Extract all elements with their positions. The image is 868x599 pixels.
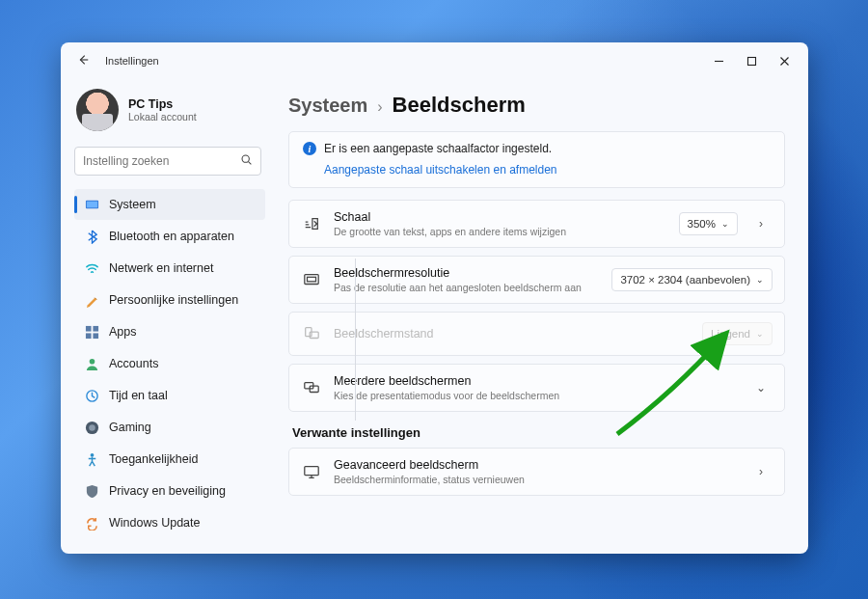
maximize-button[interactable]: [735, 47, 768, 74]
personalize-icon: [84, 292, 99, 308]
notice-link[interactable]: Aangepaste schaal uitschakelen en afmeld…: [324, 163, 557, 177]
setting-title: Beeldschermstand: [334, 327, 691, 340]
sidebar-item-label: Gaming: [109, 421, 151, 434]
network-icon: [84, 260, 99, 276]
sidebar-item-label: Bluetooth en apparaten: [109, 230, 234, 243]
sidebar-item-label: Persoonlijke instellingen: [109, 293, 238, 307]
sidebar-item-bluetooth[interactable]: Bluetooth en apparaten: [74, 221, 265, 252]
system-icon: [84, 197, 99, 212]
close-button[interactable]: [768, 47, 800, 74]
svg-point-12: [90, 452, 94, 456]
setting-title: Meerdere beeldschermen: [334, 374, 738, 388]
setting-advanced-display[interactable]: Geavanceerd beeldscherm Beeldscherminfor…: [288, 448, 785, 496]
svg-rect-3: [86, 201, 96, 207]
settings-window: Instellingen PC Tips Lokaal account: [61, 42, 808, 554]
sidebar-item-accessibility[interactable]: Toegankelijkheid: [74, 444, 265, 475]
profile-sub: Lokaal account: [128, 111, 197, 123]
setting-orientation: Beeldschermstand Liggend ⌄: [288, 312, 785, 356]
sidebar-item-network[interactable]: Netwerk en internet: [74, 253, 265, 284]
profile-name: PC Tips: [128, 97, 197, 111]
resolution-icon: [301, 271, 322, 288]
sidebar-item-label: Netwerk en internet: [109, 261, 213, 275]
info-notice: i Er is een aangepaste schaalfactor inge…: [288, 131, 785, 188]
apps-icon: [84, 324, 99, 340]
back-button[interactable]: [74, 53, 92, 69]
window-title: Instellingen: [105, 55, 159, 67]
svg-point-11: [89, 424, 95, 431]
sidebar-item-gaming[interactable]: Gaming: [74, 412, 265, 443]
setting-title: Beeldschermresolutie: [334, 266, 600, 280]
update-icon: [84, 515, 99, 531]
accessibility-icon: [84, 451, 99, 467]
setting-sub: Kies de presentatiemodus voor de beeldsc…: [334, 390, 738, 401]
sidebar-item-systeem[interactable]: Systeem: [74, 189, 265, 220]
sidebar-item-personalize[interactable]: Persoonlijke instellingen: [74, 285, 265, 315]
titlebar: Instellingen: [61, 42, 808, 79]
svg-rect-4: [85, 325, 91, 331]
chevron-right-icon[interactable]: ›: [749, 217, 773, 231]
page-title: Beeldscherm: [393, 93, 526, 118]
info-icon: i: [303, 142, 316, 155]
minimize-button[interactable]: [702, 47, 735, 74]
chevron-down-icon[interactable]: ⌄: [749, 381, 773, 395]
chevron-right-icon[interactable]: ›: [749, 465, 773, 478]
notice-text: Er is een aangepaste schaalfactor ingest…: [324, 142, 552, 155]
main-content: Systeem › Beeldscherm i Er is een aangep…: [273, 79, 808, 554]
chevron-down-icon: ⌄: [756, 275, 764, 285]
svg-rect-6: [85, 333, 91, 339]
setting-resolution[interactable]: Beeldschermresolutie Pas de resolutie aa…: [288, 256, 785, 304]
setting-sub: Pas de resolutie aan het aangesloten bee…: [334, 282, 600, 293]
multiple-displays-icon: [301, 379, 322, 396]
chevron-down-icon: ⌄: [721, 219, 729, 229]
orientation-icon: [301, 325, 322, 342]
setting-multiple-displays[interactable]: Meerdere beeldschermen Kies de presentat…: [288, 364, 785, 412]
bluetooth-icon: [84, 229, 99, 244]
related-header: Verwante instellingen: [292, 425, 785, 440]
setting-title: Schaal: [334, 210, 667, 224]
setting-sub: Beeldscherminformatie, status vernieuwen: [334, 474, 738, 485]
svg-rect-14: [308, 277, 316, 282]
sidebar-item-label: Windows Update: [109, 516, 201, 530]
search-box[interactable]: [74, 147, 261, 176]
privacy-icon: [84, 483, 99, 499]
sidebar-item-apps[interactable]: Apps: [74, 316, 265, 347]
sidebar-item-time[interactable]: Tijd en taal: [74, 380, 265, 411]
sidebar-item-label: Systeem: [109, 198, 156, 211]
svg-rect-19: [305, 467, 318, 476]
orientation-dropdown: Liggend ⌄: [702, 322, 773, 345]
monitor-icon: [301, 463, 322, 480]
breadcrumb: Systeem › Beeldscherm: [283, 79, 785, 131]
svg-rect-7: [93, 333, 98, 339]
svg-point-1: [242, 155, 249, 162]
scale-icon: [301, 215, 322, 232]
setting-sub: De grootte van tekst, apps en andere ite…: [334, 226, 667, 237]
svg-rect-5: [93, 325, 98, 331]
profile-block[interactable]: PC Tips Lokaal account: [74, 79, 265, 147]
search-input[interactable]: [83, 154, 240, 168]
scale-dropdown[interactable]: 350% ⌄: [679, 212, 738, 235]
setting-title: Geavanceerd beeldscherm: [334, 458, 738, 472]
sidebar-item-privacy[interactable]: Privacy en beveiliging: [74, 476, 265, 506]
sidebar-item-label: Accounts: [109, 357, 158, 370]
sidebar-item-label: Apps: [109, 325, 137, 339]
sidebar-item-label: Tijd en taal: [109, 389, 168, 402]
nav-list: Systeem Bluetooth en apparaten Netwerk e…: [74, 189, 265, 538]
search-icon: [240, 153, 253, 169]
sidebar-item-update[interactable]: Windows Update: [74, 507, 265, 538]
accounts-icon: [84, 356, 99, 371]
sidebar-item-label: Toegankelijkheid: [109, 452, 198, 466]
sidebar-item-label: Privacy en beveiliging: [109, 484, 226, 498]
time-icon: [84, 388, 99, 403]
setting-scale[interactable]: Schaal De grootte van tekst, apps en and…: [288, 200, 785, 248]
resolution-dropdown[interactable]: 3702 × 2304 (aanbevolen) ⌄: [611, 268, 773, 291]
sidebar: PC Tips Lokaal account Systeem Bluetooth…: [61, 79, 273, 554]
sidebar-item-accounts[interactable]: Accounts: [74, 348, 265, 379]
breadcrumb-parent[interactable]: Systeem: [288, 95, 367, 117]
svg-rect-0: [747, 57, 755, 65]
svg-point-8: [89, 358, 95, 364]
gaming-icon: [84, 420, 99, 435]
chevron-right-icon: ›: [377, 98, 382, 116]
avatar: [76, 89, 119, 131]
chevron-down-icon: ⌄: [756, 329, 764, 339]
